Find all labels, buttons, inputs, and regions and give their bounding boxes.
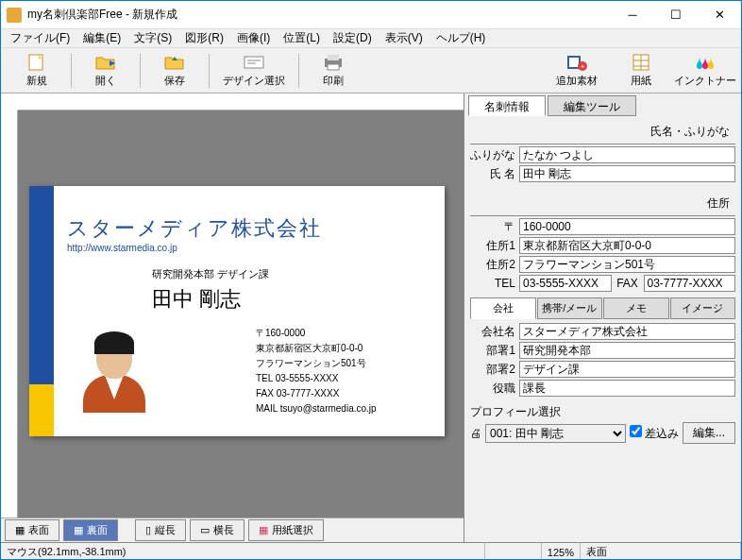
new-icon [25, 53, 48, 72]
ruler-horizontal [18, 93, 464, 110]
app-icon [7, 8, 22, 23]
paper-icon [630, 53, 652, 72]
input-dept1[interactable] [519, 342, 735, 359]
paper-button[interactable]: 用紙 [609, 50, 673, 92]
label-postal: 〒 [470, 219, 515, 235]
open-icon [94, 53, 117, 72]
printer-icon: 🖨 [470, 427, 481, 440]
input-dept2[interactable] [519, 361, 735, 378]
card-dept[interactable]: 研究開発本部 デザイン課 [152, 267, 269, 281]
subtab-image[interactable]: イメージ [670, 297, 736, 319]
label-fax: FAX [616, 277, 640, 290]
label-company: 会社名 [470, 324, 515, 340]
svg-rect-5 [328, 55, 339, 60]
menu-help[interactable]: ヘルプ(H) [430, 28, 492, 48]
menu-bar: ファイル(F) 編集(E) 文字(S) 図形(R) 画像(I) 位置(L) 設定… [1, 29, 741, 48]
section-addr: 住所 [470, 192, 735, 216]
card-blue-stripe [29, 186, 54, 384]
menu-view[interactable]: 表示(V) [379, 28, 429, 48]
tab-edit-tools[interactable]: 編集ツール [548, 95, 636, 116]
ink-icon [694, 53, 717, 72]
status-mouse: マウス(92.1mm,-38.1mm) [1, 543, 485, 560]
label-tel: TEL [470, 277, 515, 290]
open-button[interactable]: 開く [74, 50, 138, 92]
section-name: 氏名・ふりがな [470, 120, 735, 144]
card-name[interactable]: 田中 剛志 [152, 285, 241, 314]
label-role: 役職 [470, 381, 515, 397]
subtab-mobile[interactable]: 携帯/メール [537, 297, 603, 319]
input-fax[interactable] [644, 275, 736, 292]
input-addr2[interactable] [519, 256, 735, 273]
card-yellow-stripe [29, 384, 54, 436]
orient-horiz-button[interactable]: ▭横長 [190, 519, 245, 541]
card-company[interactable]: スターメディア株式会社 [67, 214, 322, 243]
svg-rect-6 [328, 64, 339, 70]
ink-button[interactable]: インクトナー [673, 50, 737, 92]
paper-select-button[interactable]: ▦用紙選択 [248, 519, 324, 541]
status-side: 表面 [581, 543, 741, 560]
card-url[interactable]: http://www.starmedia.co.jp [67, 243, 177, 253]
svg-rect-8 [569, 58, 579, 67]
label-dept2: 部署2 [470, 362, 515, 378]
menu-shape[interactable]: 図形(R) [179, 28, 229, 48]
input-name[interactable] [519, 165, 735, 182]
status-zoom: 125% [542, 543, 581, 560]
minimize-button[interactable]: ─ [611, 1, 654, 29]
design-icon [243, 53, 265, 72]
label-dept1: 部署1 [470, 343, 515, 359]
input-role[interactable] [519, 380, 735, 397]
window-title: my名刺倶楽部Free - 新規作成 [27, 7, 611, 23]
profile-label: プロフィール選択 [470, 404, 735, 420]
merge-checkbox[interactable]: 差込み [630, 425, 679, 442]
input-tel[interactable] [519, 275, 612, 292]
subtab-memo[interactable]: メモ [603, 297, 669, 319]
add-icon: + [565, 53, 588, 72]
save-button[interactable]: 保存 [143, 50, 207, 92]
card-address-block[interactable]: 〒160-0000 東京都新宿区大京町0-0-0 フラワーマンション501号 T… [256, 326, 377, 416]
tab-card-info[interactable]: 名刺情報 [468, 95, 546, 116]
menu-text[interactable]: 文字(S) [128, 28, 177, 48]
print-button[interactable]: 印刷 [301, 50, 365, 92]
profile-edit-button[interactable]: 編集... [683, 422, 735, 444]
label-addr1: 住所1 [470, 238, 515, 254]
svg-rect-1 [245, 57, 263, 68]
canvas[interactable]: スターメディア株式会社 http://www.starmedia.co.jp 研… [18, 110, 464, 518]
side-back-button[interactable]: ▦裏面 [63, 519, 118, 541]
orient-vert-button[interactable]: ▯縦長 [135, 519, 186, 541]
input-postal[interactable] [519, 218, 735, 235]
side-front-button[interactable]: ▦表面 [5, 519, 59, 541]
close-button[interactable]: ✕ [698, 1, 741, 29]
input-addr1[interactable] [519, 237, 735, 254]
design-button[interactable]: デザイン選択 [211, 50, 296, 92]
menu-settings[interactable]: 設定(D) [328, 28, 378, 48]
print-icon [322, 53, 345, 72]
svg-text:+: + [581, 62, 585, 71]
menu-image[interactable]: 画像(I) [231, 28, 276, 48]
menu-position[interactable]: 位置(L) [278, 28, 326, 48]
label-addr2: 住所2 [470, 257, 515, 273]
save-icon [163, 53, 186, 72]
add-material-button[interactable]: + 追加素材 [545, 50, 609, 92]
card-photo[interactable] [81, 328, 147, 413]
input-company[interactable] [519, 323, 735, 340]
ruler-vertical [1, 110, 18, 518]
label-furigana: ふりがな [470, 147, 515, 163]
new-button[interactable]: 新規 [5, 50, 69, 92]
menu-file[interactable]: ファイル(F) [5, 28, 76, 48]
maximize-button[interactable]: ☐ [654, 1, 698, 29]
status-bar: マウス(92.1mm,-38.1mm) 125% 表面 [1, 542, 741, 560]
toolbar: 新規 開く 保存 デザイン選択 印刷 + 追加素材 用紙 インクトナー [1, 48, 741, 93]
business-card[interactable]: スターメディア株式会社 http://www.starmedia.co.jp 研… [29, 186, 445, 436]
menu-edit[interactable]: 編集(E) [77, 28, 126, 48]
label-name: 氏 名 [470, 166, 515, 182]
input-furigana[interactable] [519, 146, 735, 163]
subtab-company[interactable]: 会社 [470, 297, 536, 319]
profile-select[interactable]: 001: 田中 剛志 [485, 424, 626, 443]
